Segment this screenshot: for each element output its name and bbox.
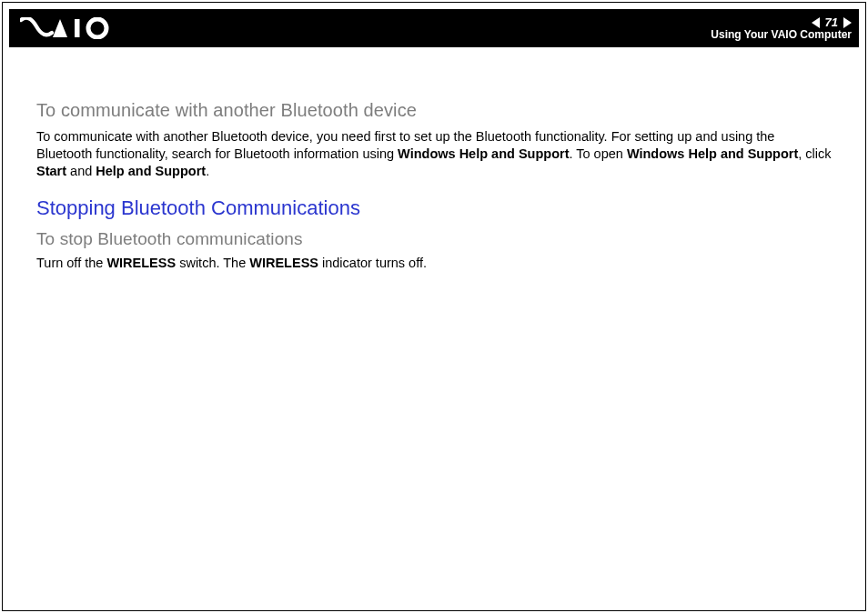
section-heading-stopping: Stopping Bluetooth Communications — [36, 196, 833, 220]
subheading-stop: To stop Bluetooth communications — [36, 229, 833, 249]
bold-text: Start — [36, 164, 66, 178]
text-span: Turn off the — [36, 256, 106, 270]
text-span: indicator turns off. — [318, 256, 427, 270]
paragraph-communicate: To communicate with another Bluetooth de… — [36, 128, 833, 180]
bold-text: Help and Support — [96, 164, 206, 178]
header-right: 71 Using Your VAIO Computer — [711, 16, 852, 40]
vaio-logo — [20, 17, 120, 39]
svg-rect-0 — [75, 19, 80, 37]
bold-text: WIRELESS — [106, 256, 176, 270]
text-span: and — [66, 164, 96, 178]
header-section-title: Using Your VAIO Computer — [711, 29, 852, 40]
text-span: , click — [798, 146, 831, 161]
paragraph-stop: Turn off the WIRELESS switch. The WIRELE… — [36, 255, 833, 272]
header-bar: 71 Using Your VAIO Computer — [9, 9, 859, 47]
text-span: . — [206, 164, 209, 178]
text-span: switch. The — [176, 256, 249, 270]
svg-point-1 — [88, 19, 106, 37]
bold-text: Windows Help and Support — [398, 146, 569, 161]
prev-page-icon[interactable] — [812, 17, 820, 28]
subheading-communicate: To communicate with another Bluetooth de… — [36, 100, 833, 121]
text-span: . To open — [569, 146, 626, 161]
next-page-icon[interactable] — [843, 17, 852, 28]
bold-text: WIRELESS — [249, 256, 318, 270]
page-content: To communicate with another Bluetooth de… — [36, 100, 833, 287]
bold-text: Windows Help and Support — [627, 146, 798, 161]
page-number: 71 — [825, 16, 838, 28]
page-border — [2, 2, 866, 611]
page-navigator: 71 — [812, 16, 852, 28]
